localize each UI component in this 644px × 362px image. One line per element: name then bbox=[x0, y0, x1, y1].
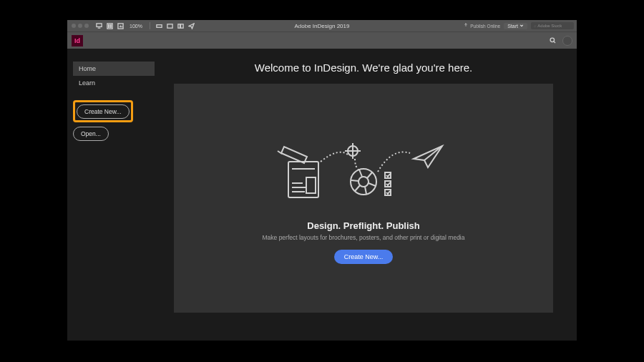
svg-line-19 bbox=[359, 170, 362, 177]
avatar[interactable] bbox=[562, 36, 572, 46]
publish-online-label: Publish Online bbox=[470, 24, 500, 29]
svg-rect-5 bbox=[178, 24, 180, 27]
menubar-right: Publish Online Start ⌕ Adobe Stock bbox=[463, 22, 574, 29]
svg-rect-13 bbox=[306, 177, 316, 193]
svg-rect-3 bbox=[157, 24, 162, 27]
sidebar-item-home[interactable]: Home bbox=[73, 62, 155, 76]
search-placeholder: Adobe Stock bbox=[537, 24, 562, 28]
stock-search-input[interactable]: ⌕ Adobe Stock bbox=[531, 22, 574, 29]
arrange-icon[interactable] bbox=[177, 23, 184, 29]
welcome-heading: Welcome to InDesign. We're glad you're h… bbox=[255, 62, 473, 74]
panel-create-new-button[interactable]: Create New... bbox=[334, 250, 394, 264]
close-dot[interactable] bbox=[72, 24, 76, 28]
stock-icon[interactable] bbox=[117, 23, 124, 29]
svg-point-18 bbox=[358, 177, 369, 187]
search-icon[interactable] bbox=[549, 34, 557, 47]
panel-tagline: Design. Preflight. Publish bbox=[307, 220, 419, 231]
bridge-icon[interactable] bbox=[107, 23, 113, 29]
svg-line-24 bbox=[365, 187, 366, 194]
svg-rect-6 bbox=[180, 24, 183, 27]
menubar-icons-left: 100% bbox=[93, 22, 195, 29]
app-logo: Id bbox=[72, 35, 83, 47]
view-options-icon[interactable] bbox=[156, 23, 162, 29]
svg-line-22 bbox=[355, 185, 360, 191]
window-controls[interactable] bbox=[67, 24, 93, 28]
publish-online-button[interactable]: Publish Online bbox=[463, 23, 500, 29]
tutorial-highlight: Create New... bbox=[73, 100, 133, 122]
open-button[interactable]: Open... bbox=[73, 127, 109, 141]
maximize-dot[interactable] bbox=[84, 24, 89, 28]
svg-line-23 bbox=[351, 180, 358, 181]
workspace-label: Start bbox=[507, 24, 518, 29]
send-icon[interactable] bbox=[188, 23, 195, 29]
create-new-button[interactable]: Create New... bbox=[77, 104, 130, 119]
search-mag-icon: ⌕ bbox=[534, 24, 537, 28]
header-bar: Id bbox=[67, 31, 577, 49]
screen-mode-icon[interactable] bbox=[167, 23, 173, 29]
sidebar: Home Learn Create New... Open... bbox=[67, 49, 160, 341]
svg-rect-4 bbox=[167, 24, 172, 27]
svg-point-17 bbox=[351, 169, 376, 195]
app-window: 100% Adobe InDesign 2019 Publish Online … bbox=[67, 20, 577, 341]
svg-line-20 bbox=[367, 172, 372, 178]
svg-rect-1 bbox=[107, 23, 112, 28]
minimize-dot[interactable] bbox=[78, 24, 82, 28]
workspace-switcher[interactable]: Start bbox=[504, 23, 527, 29]
welcome-panel: Design. Preflight. Publish Make perfect … bbox=[174, 84, 553, 313]
panel-subtitle: Make perfect layouts for brochures, post… bbox=[262, 234, 464, 241]
zoom-level[interactable]: 100% bbox=[128, 24, 144, 29]
svg-line-21 bbox=[369, 183, 376, 186]
sidebar-item-learn[interactable]: Learn bbox=[73, 76, 155, 90]
menubar: 100% Adobe InDesign 2019 Publish Online … bbox=[67, 20, 577, 31]
separator bbox=[150, 22, 150, 29]
main-content: Welcome to InDesign. We're glad you're h… bbox=[160, 49, 577, 341]
monitor-icon[interactable] bbox=[96, 23, 102, 29]
svg-rect-0 bbox=[97, 23, 102, 26]
svg-point-7 bbox=[550, 38, 555, 42]
hero-illustration bbox=[263, 133, 464, 212]
content-body: Home Learn Create New... Open... Welcome… bbox=[67, 49, 577, 341]
